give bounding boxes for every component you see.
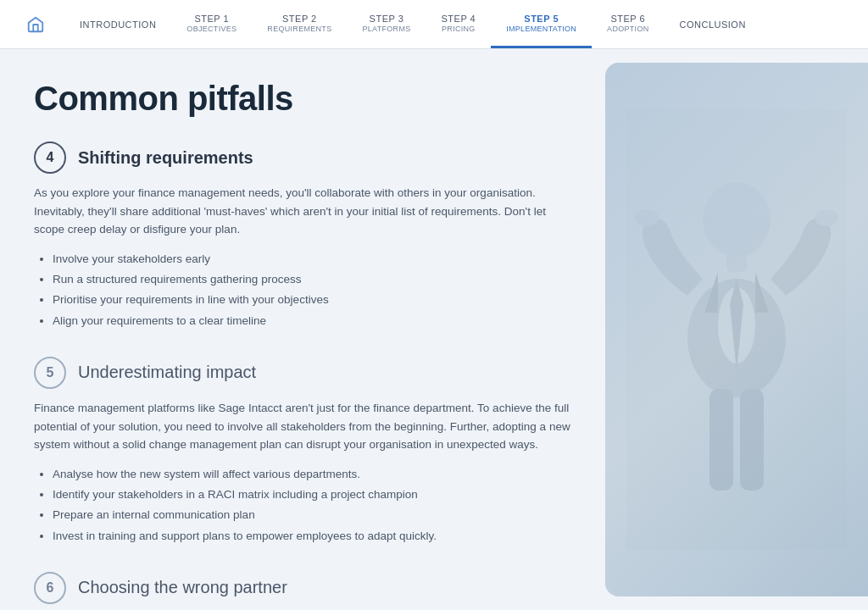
nav-item-introduction[interactable]: INTRODUCTION (64, 0, 171, 48)
list-item: Identify your stakeholders in a RACI mat… (53, 485, 571, 505)
section-5-header: 5 Underestimating impact (34, 357, 571, 389)
section-4-body: As you explore your finance management n… (34, 184, 571, 331)
section-4-header: 4 Shifting requirements (34, 141, 571, 174)
nav-item-step1[interactable]: STEP 1 OBJECTIVES (171, 0, 252, 48)
section-4: 4 Shifting requirements As you explore y… (34, 141, 571, 331)
step2-sublabel: REQUIREMENTS (267, 25, 331, 33)
section-4-desc: As you explore your finance management n… (34, 184, 571, 239)
nav-item-step2[interactable]: STEP 2 REQUIREMENTS (252, 0, 347, 48)
content-area: Common pitfalls 4 Shifting requirements … (0, 49, 605, 610)
section-5-title: Underestimating impact (78, 363, 256, 382)
step3-label: STEP 3 (370, 14, 404, 24)
step5-label: STEP 5 (524, 14, 559, 24)
list-item: Involve your stakeholders early (53, 249, 571, 269)
section-5-desc: Finance management platforms like Sage I… (34, 399, 571, 454)
list-item: Align your requirements to a clear timel… (53, 311, 571, 331)
home-button[interactable] (17, 6, 54, 43)
list-item: Prepare an internal communication plan (53, 505, 571, 525)
navigation-bar: INTRODUCTION STEP 1 OBJECTIVES STEP 2 RE… (0, 0, 868, 49)
section-4-list: Involve your stakeholders early Run a st… (34, 249, 571, 331)
list-item: Analyse how the new system will affect v… (53, 464, 571, 485)
section-6: 6 Choosing the wrong partner A good part… (34, 572, 571, 610)
list-item: Run a structured requirements gathering … (53, 269, 571, 290)
section-6-header: 6 Choosing the wrong partner (34, 572, 571, 604)
section-4-number: 4 (34, 141, 66, 174)
nav-conclusion-label: CONCLUSION (680, 19, 746, 30)
step3-sublabel: PLATFORMS (362, 25, 410, 33)
step6-label: STEP 6 (610, 14, 645, 24)
step6-sublabel: ADOPTION (607, 25, 648, 33)
nav-item-step4[interactable]: STEP 4 PRICING (426, 0, 492, 48)
step2-label: STEP 2 (282, 14, 317, 24)
step1-sublabel: OBJECTIVES (186, 25, 236, 33)
step4-sublabel: PRICING (442, 25, 476, 33)
step5-sublabel: IMPLEMENTATION (506, 25, 576, 33)
section-5-body: Finance management platforms like Sage I… (34, 399, 571, 546)
list-item: Invest in training and support plans to … (53, 526, 571, 546)
section-4-title: Shifting requirements (78, 148, 253, 168)
step4-label: STEP 4 (442, 14, 476, 24)
main-content: Common pitfalls 4 Shifting requirements … (0, 49, 868, 610)
image-overlay (605, 63, 868, 596)
section-6-title: Choosing the wrong partner (78, 578, 287, 597)
section-5-list: Analyse how the new system will affect v… (34, 464, 571, 546)
page-title: Common pitfalls (34, 80, 571, 118)
nav-intro-label: INTRODUCTION (80, 19, 156, 30)
section-5-number: 5 (34, 357, 66, 389)
step1-label: STEP 1 (194, 14, 229, 24)
list-item: Prioritise your requirements in line wit… (53, 290, 571, 310)
section-5: 5 Underestimating impact Finance managem… (34, 357, 571, 546)
nav-item-step5[interactable]: STEP 5 IMPLEMENTATION (491, 0, 592, 48)
nav-item-step6[interactable]: STEP 6 ADOPTION (592, 0, 664, 48)
nav-item-conclusion[interactable]: CONCLUSION (665, 0, 761, 48)
nav-items: INTRODUCTION STEP 1 OBJECTIVES STEP 2 RE… (64, 0, 851, 48)
image-panel (605, 63, 868, 596)
section-6-number: 6 (34, 572, 66, 604)
nav-item-step3[interactable]: STEP 3 PLATFORMS (347, 0, 426, 48)
